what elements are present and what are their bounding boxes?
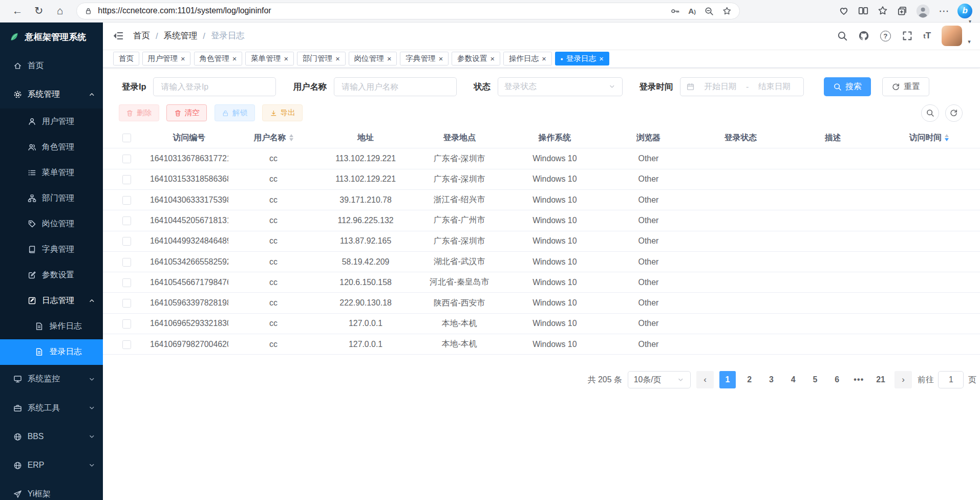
- clear-button[interactable]: 清空: [166, 104, 207, 121]
- start-date-placeholder[interactable]: 开始日期: [697, 81, 743, 92]
- close-icon[interactable]: ×: [599, 55, 604, 63]
- password-key-icon[interactable]: [670, 6, 680, 16]
- breadcrumb-system[interactable]: 系统管理: [163, 30, 197, 41]
- sidebar-item-home[interactable]: 首页: [0, 51, 103, 80]
- close-icon[interactable]: ×: [284, 55, 289, 63]
- close-icon[interactable]: ×: [181, 55, 185, 63]
- tab-menu-management[interactable]: 菜单管理×: [245, 52, 294, 66]
- tab-parameter-settings[interactable]: 参数设置×: [452, 52, 500, 66]
- browser-back-button[interactable]: ←: [8, 2, 28, 20]
- page-1[interactable]: 1: [719, 371, 736, 388]
- goto-page-input[interactable]: [938, 371, 964, 388]
- browser-profile-avatar[interactable]: [915, 4, 930, 18]
- sidebar-item-dictionary-management[interactable]: 字典管理: [0, 237, 103, 263]
- close-icon[interactable]: ×: [491, 55, 495, 63]
- read-aloud-icon[interactable]: A): [688, 7, 696, 15]
- browser-refresh-button[interactable]: ↻: [29, 2, 49, 20]
- row-checkbox[interactable]: [122, 258, 131, 267]
- col-visit-time[interactable]: 访问时间: [878, 133, 980, 143]
- search-icon[interactable]: [837, 30, 848, 41]
- more-pages-button[interactable]: •••: [850, 371, 867, 388]
- date-range-picker[interactable]: 开始日期 - 结束日期: [680, 77, 804, 96]
- url-text[interactable]: https://ccnetcore.com:1101/system/log/lo…: [98, 6, 665, 15]
- sidebar-item-log-management[interactable]: 日志管理: [0, 288, 103, 314]
- browser-menu-icon[interactable]: ⋯: [939, 5, 950, 17]
- page-last[interactable]: 21: [872, 371, 889, 388]
- close-icon[interactable]: ×: [232, 55, 237, 63]
- collections-icon[interactable]: [897, 5, 908, 16]
- row-checkbox[interactable]: [122, 196, 131, 205]
- sidebar-item-system-tools[interactable]: 系统工具: [0, 394, 103, 422]
- sidebar-item-department-management[interactable]: 部门管理: [0, 186, 103, 211]
- zoom-out-icon[interactable]: [704, 6, 714, 16]
- tab-post-management[interactable]: 岗位管理×: [349, 52, 397, 66]
- sort-icon[interactable]: [289, 134, 293, 141]
- tab-department-management[interactable]: 部门管理×: [297, 52, 346, 66]
- page-size-select[interactable]: 10条/页: [628, 371, 691, 388]
- font-size-icon[interactable]: tT: [923, 31, 931, 41]
- search-button[interactable]: 搜索: [824, 77, 871, 96]
- sidebar-item-parameter-settings[interactable]: 参数设置: [0, 263, 103, 288]
- end-date-placeholder[interactable]: 结束日期: [751, 81, 797, 92]
- copilot-bing-icon[interactable]: b▾: [957, 4, 972, 18]
- page-6[interactable]: 6: [829, 371, 845, 388]
- unlock-button[interactable]: 解锁: [215, 104, 255, 121]
- copilot-caret-icon[interactable]: ▾: [969, 18, 971, 24]
- row-checkbox[interactable]: [122, 278, 131, 287]
- close-icon[interactable]: ×: [387, 55, 392, 63]
- page-5[interactable]: 5: [807, 371, 823, 388]
- add-favorite-star-icon[interactable]: [722, 6, 732, 16]
- row-checkbox[interactable]: [122, 319, 131, 328]
- sidebar-item-menu-management[interactable]: 菜单管理: [0, 160, 103, 185]
- page-3[interactable]: 3: [763, 371, 780, 388]
- prev-page-button[interactable]: ‹: [696, 371, 714, 388]
- fullscreen-icon[interactable]: [902, 30, 913, 41]
- status-select[interactable]: 登录状态: [498, 77, 623, 96]
- browser-home-button[interactable]: ⌂: [50, 2, 70, 20]
- tab-login-log[interactable]: ●登录日志×: [555, 52, 609, 66]
- tab-role-management[interactable]: 角色管理×: [194, 52, 243, 66]
- show-search-toggle-button[interactable]: [921, 104, 939, 122]
- refresh-table-button[interactable]: [945, 104, 963, 122]
- row-checkbox[interactable]: [122, 175, 131, 184]
- user-avatar[interactable]: [942, 26, 962, 46]
- row-checkbox[interactable]: [122, 237, 131, 246]
- delete-button[interactable]: 删除: [119, 104, 159, 121]
- row-checkbox[interactable]: [122, 340, 131, 349]
- sidebar-item-yi-framework[interactable]: Yi框架: [0, 480, 103, 500]
- user-name-input[interactable]: [334, 77, 457, 96]
- address-bar[interactable]: https://ccnetcore.com:1101/system/log/lo…: [76, 3, 740, 19]
- sidebar-fold-icon[interactable]: [113, 30, 124, 41]
- page-4[interactable]: 4: [785, 371, 801, 388]
- sidebar-item-system-management[interactable]: 系统管理: [0, 80, 103, 108]
- row-checkbox[interactable]: [122, 216, 131, 225]
- sidebar-item-login-log[interactable]: 登录日志: [0, 339, 103, 365]
- favorites-bar-icon[interactable]: [877, 5, 888, 16]
- close-icon[interactable]: ×: [542, 55, 546, 63]
- close-icon[interactable]: ×: [335, 55, 340, 63]
- tab-operation-log[interactable]: 操作日志×: [503, 52, 552, 66]
- breadcrumb-home[interactable]: 首页: [133, 30, 150, 41]
- avatar-caret-icon[interactable]: ▾: [968, 38, 971, 45]
- sidebar-item-bbs[interactable]: BBS: [0, 422, 103, 451]
- browser-essentials-icon[interactable]: [838, 5, 849, 16]
- sidebar-item-role-management[interactable]: 角色管理: [0, 134, 103, 160]
- col-username[interactable]: 用户名称: [228, 133, 319, 143]
- export-button[interactable]: 导出: [262, 104, 303, 121]
- sidebar-item-erp[interactable]: ERP: [0, 451, 103, 480]
- row-checkbox[interactable]: [122, 155, 131, 163]
- tab-dictionary-management[interactable]: 字典管理×: [400, 52, 449, 66]
- close-icon[interactable]: ×: [439, 55, 443, 63]
- select-all-checkbox[interactable]: [122, 134, 131, 142]
- sidebar-item-operation-log[interactable]: 操作日志: [0, 314, 103, 339]
- reset-button[interactable]: 重置: [882, 77, 929, 96]
- sort-icon[interactable]: [945, 134, 949, 141]
- app-logo[interactable]: 意框架管理系统: [0, 23, 103, 51]
- github-icon[interactable]: [858, 30, 869, 41]
- row-checkbox[interactable]: [122, 299, 131, 308]
- sidebar-item-post-management[interactable]: 岗位管理: [0, 211, 103, 237]
- tab-home[interactable]: 首页: [113, 52, 139, 66]
- page-2[interactable]: 2: [741, 371, 758, 388]
- login-ip-input[interactable]: [153, 77, 276, 96]
- tab-user-management[interactable]: 用户管理×: [142, 52, 191, 66]
